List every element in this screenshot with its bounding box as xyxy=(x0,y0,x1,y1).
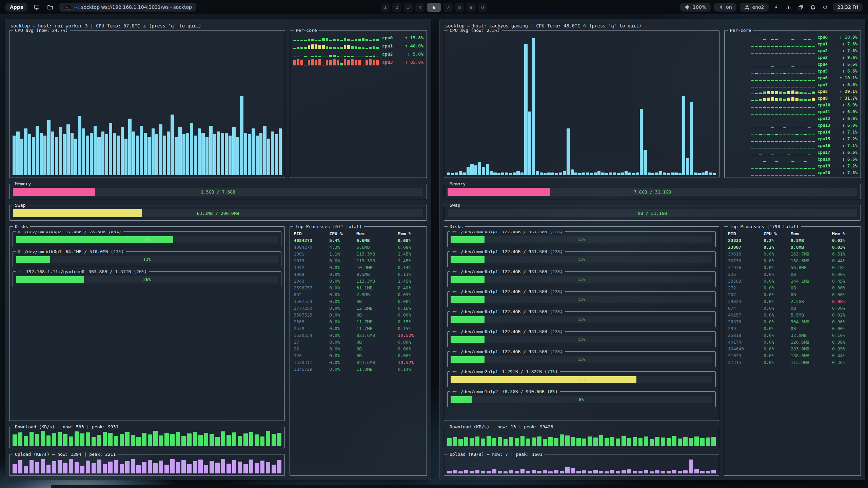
core-sparkline xyxy=(728,163,815,169)
disk-percent-label: 8% xyxy=(451,396,712,403)
process-row: 310230.0%138.6MB0.44% xyxy=(728,352,858,359)
core-row: cpu15↓ 7.2% xyxy=(728,136,857,142)
disk-percent-label: 13% xyxy=(451,316,712,323)
process-row: 15203110.0%821.6MB10.52% xyxy=(294,359,424,366)
layers-icon[interactable] xyxy=(796,3,805,12)
core-label: cpu4↓ 6.6% xyxy=(817,61,857,67)
disk-usage-meter: 60% xyxy=(16,236,278,243)
core-label: cpu14↓ 7.1% xyxy=(817,129,857,135)
workspace-3[interactable]: 3 xyxy=(404,3,413,12)
power-profile-icon[interactable] xyxy=(772,3,781,12)
disk-name: /dev/nvme0n1p1 xyxy=(461,289,498,294)
disk-name: /dev/mmcblk0p1 xyxy=(24,249,62,254)
core-sparkline xyxy=(728,34,815,40)
core-sparkline xyxy=(728,82,815,87)
disk-title: ⊷/dev/nvme0n1p1122.4GB / 931.5GB (13%) xyxy=(450,289,565,294)
core-row: cpu1↑ 40.0% xyxy=(293,42,423,49)
disk-usage-meter: 71% xyxy=(451,376,712,383)
swap-panel: Swap 0B / 31.1GB xyxy=(444,205,861,221)
panel-title: Top Processes (671 total) xyxy=(293,224,364,229)
temp-warning-icon: ⚠ xyxy=(143,23,146,28)
window-icon[interactable] xyxy=(32,3,41,12)
top-processes-panel: Top Processes (1790 total) PIDCPU %MemMe… xyxy=(724,226,861,476)
clock[interactable]: 23:32 Fri xyxy=(833,3,863,12)
bluetooth-indicator[interactable]: on xyxy=(714,3,736,12)
dock-hint[interactable] xyxy=(51,485,814,488)
terminal-tab[interactable]: >_ ~: socktop ws://192.168.1.104:3031/ws… xyxy=(59,3,196,12)
core-label: cpu11↓ 6.0% xyxy=(817,109,857,115)
swap-meter: 0B / 31.1GB xyxy=(448,209,857,217)
process-row: 40880.0%8.5MB0.11% xyxy=(294,271,424,278)
process-row: 306130.0%163.7MB0.51% xyxy=(728,250,858,257)
disk-percent-label: 13% xyxy=(451,256,712,263)
process-row: 27772500.0%12.2MB0.16% xyxy=(294,305,424,311)
workspace-9[interactable]: 9 xyxy=(467,3,476,12)
core-label: cpu7↓ 6.6% xyxy=(817,82,857,87)
disk-item: ⊷/dev/nvme0n1p1122.4GB / 931.5GB (13%)13… xyxy=(447,331,716,347)
process-row: 2260.0%0B0.00% xyxy=(728,271,858,278)
process-row: 10011.1%113.3MB1.45% xyxy=(294,250,424,257)
core-row: cpu6↑ 10.1% xyxy=(728,75,857,81)
disk-usage-text: 363.8GB / 1.37TB (26%) xyxy=(88,269,147,274)
core-sparkline xyxy=(293,59,379,65)
disk-usage-text: 122.4GB / 931.5GB (13%) xyxy=(502,329,563,334)
core-row: cpu4↓ 6.6% xyxy=(728,61,857,67)
memory-meter: 1.5GB / 7.6GB xyxy=(13,188,423,196)
disk-name: /dev/nvme0n1p1 xyxy=(461,269,498,274)
panel-title: CPU avg (now: 2.3%) xyxy=(448,28,502,33)
process-row: 25650.0%11.7MB0.15% xyxy=(294,318,424,325)
disk-name: /dev/nvme0n1p1 xyxy=(461,329,498,334)
panel-title: Download (KB/s) — now: 13 | peak: 99426 xyxy=(448,424,555,429)
process-row: 273150.0%113.9MB0.36% xyxy=(728,359,858,366)
disk-name: /dev/nvme0n1p1 xyxy=(461,249,498,254)
core-sparkline xyxy=(728,102,815,108)
core-label: cpu5↓ 6.6% xyxy=(817,68,857,74)
disk-item: ⊷/dev/nvme0n1p1122.4GB / 931.5GB (13%)13… xyxy=(447,231,716,247)
workspace-6[interactable]: 6 xyxy=(427,3,441,12)
workspace-8[interactable]: 8 xyxy=(455,3,464,12)
network-indicator[interactable]: eno2 xyxy=(740,3,769,12)
swap-panel: Swap 63.1MB / 200.0MB xyxy=(9,205,427,221)
process-row: 12467290.0%11.0MB0.14% xyxy=(294,366,424,372)
workspace-7[interactable]: 7 xyxy=(443,3,453,12)
core-row: cpu3↓ 9.6% xyxy=(728,55,857,60)
core-label: cpu10↓ 8.9% xyxy=(817,102,857,108)
terminal-window-left[interactable]: socktop — host: rpi-worker-3 | CPU Temp:… xyxy=(5,19,431,480)
files-icon[interactable] xyxy=(46,3,55,12)
process-table: PIDCPU %MemMem %40842735.4%6.6MB0.08%408… xyxy=(294,230,424,473)
workspace-0[interactable]: 0 xyxy=(478,3,487,12)
terminal-tab-title: ~: socktop ws://192.168.1.104:3031/ws - … xyxy=(74,4,192,10)
panel-title: Disks xyxy=(448,224,465,229)
core-row: cpu9↑ 31.7% xyxy=(728,95,857,101)
notifications-bell-icon[interactable] xyxy=(809,3,817,12)
process-row: 35075340.0%0B0.00% xyxy=(294,298,424,305)
core-row: cpu3↑ 85.0% xyxy=(293,59,423,65)
core-label: cpu18↓ 6.6% xyxy=(817,156,857,162)
download-panel: Download (KB/s) — now: 583 | peak: 9931 xyxy=(9,427,285,448)
terminal-title-left: socktop — host: rpi-worker-3 | CPU Temp:… xyxy=(9,21,427,30)
apps-button[interactable]: Apps xyxy=(5,3,27,12)
workspace-4[interactable]: 4 xyxy=(415,3,425,12)
volume-indicator[interactable]: 100% xyxy=(680,3,711,12)
process-table: PIDCPU %MemMem %238330.2%9.8MB0.03%23807… xyxy=(728,230,858,473)
terminal-window-right[interactable]: socktop — host: cachyos-gaming | CPU Tem… xyxy=(439,19,865,480)
core-sparkline xyxy=(293,34,379,41)
disk-percent-label: 13% xyxy=(16,256,278,263)
panel-title: Swap xyxy=(448,203,462,208)
process-row: 1046400.0%283.0MB0.89% xyxy=(728,345,858,352)
memory-meter: 7.8GB / 31.1GB xyxy=(448,188,857,196)
disk-usage-meter: 13% xyxy=(451,336,712,343)
workspace-1[interactable]: 1 xyxy=(381,3,390,12)
core-row: cpu5↓ 6.6% xyxy=(728,68,857,74)
process-row: 25967570.0%31.1MB0.40% xyxy=(294,284,424,291)
disk-usage-text: 1.29TB / 1.82TB (71%) xyxy=(502,369,558,374)
core-sparkline xyxy=(728,170,815,176)
core-sparkline xyxy=(728,136,815,142)
workspace-2[interactable]: 2 xyxy=(392,3,401,12)
memory-panel: Memory 7.8GB / 31.1GB xyxy=(444,184,861,199)
core-sparkline xyxy=(728,61,815,67)
top-bar: Apps >_ ~: socktop ws://192.168.1.104:30… xyxy=(0,0,868,14)
stats-icon[interactable] xyxy=(784,3,793,12)
power-icon[interactable] xyxy=(821,3,830,12)
cpu-history-chart xyxy=(447,34,716,175)
